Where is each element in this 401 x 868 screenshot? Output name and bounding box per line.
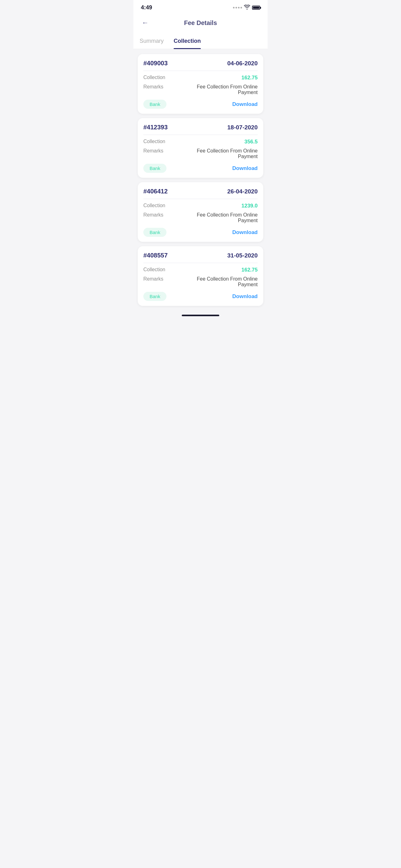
card-2-bank-badge: Bank	[143, 164, 166, 173]
card-3-remarks-label: Remarks	[143, 212, 163, 218]
card-3-collection-label: Collection	[143, 203, 165, 208]
fee-card-3: #406412 26-04-2020 Collection 1239.0 Rem…	[138, 182, 263, 242]
card-4-collection-row: Collection 162.75	[143, 267, 258, 273]
card-4-bank-badge: Bank	[143, 292, 166, 301]
card-4-remarks-value: Fee Collection From Online Payment	[195, 276, 258, 287]
card-2-download-button[interactable]: Download	[232, 165, 258, 172]
home-indicator	[133, 311, 268, 321]
card-2-id: #412393	[143, 124, 168, 131]
card-4-remarks-row: Remarks Fee Collection From Online Payme…	[143, 276, 258, 287]
card-1-collection-value: 162.75	[241, 75, 258, 81]
card-1-remarks-label: Remarks	[143, 84, 163, 90]
card-3-download-button[interactable]: Download	[232, 229, 258, 236]
wifi-icon	[244, 5, 250, 11]
signal-icon	[233, 7, 242, 8]
card-2-collection-row: Collection 356.5	[143, 139, 258, 145]
card-3-date: 26-04-2020	[227, 188, 258, 195]
card-1-remarks-row: Remarks Fee Collection From Online Payme…	[143, 84, 258, 95]
card-3-remarks-value: Fee Collection From Online Payment	[195, 212, 258, 223]
tabs-container: Summary Collection	[133, 33, 268, 49]
status-time: 4:49	[141, 4, 152, 11]
card-4-remarks-label: Remarks	[143, 276, 163, 282]
card-1-date: 04-06-2020	[227, 60, 258, 67]
card-1-bank-badge: Bank	[143, 100, 166, 109]
back-button[interactable]: ←	[140, 17, 151, 28]
card-1-download-button[interactable]: Download	[232, 101, 258, 107]
card-3-bank-badge: Bank	[143, 228, 166, 237]
card-4-footer: Bank Download	[143, 292, 258, 301]
card-1-remarks-value: Fee Collection From Online Payment	[195, 84, 258, 95]
card-2-header: #412393 18-07-2020	[143, 124, 258, 135]
fee-card-2: #412393 18-07-2020 Collection 356.5 Rema…	[138, 118, 263, 178]
home-bar	[182, 315, 219, 316]
card-2-collection-label: Collection	[143, 139, 165, 144]
card-4-id: #408557	[143, 252, 168, 259]
card-2-footer: Bank Download	[143, 164, 258, 173]
card-1-header: #409003 04-06-2020	[143, 60, 258, 71]
card-1-id: #409003	[143, 60, 168, 67]
tab-summary[interactable]: Summary	[140, 33, 164, 49]
page-title: Fee Details	[151, 19, 250, 27]
card-4-collection-label: Collection	[143, 267, 165, 273]
battery-icon	[252, 6, 260, 10]
card-2-remarks-value: Fee Collection From Online Payment	[195, 148, 258, 159]
fee-card-4: #408557 31-05-2020 Collection 162.75 Rem…	[138, 246, 263, 306]
card-2-remarks-label: Remarks	[143, 148, 163, 154]
header: ← Fee Details	[133, 13, 268, 33]
card-3-id: #406412	[143, 188, 168, 195]
card-3-collection-value: 1239.0	[241, 203, 258, 209]
card-2-collection-value: 356.5	[244, 139, 258, 145]
card-3-collection-row: Collection 1239.0	[143, 203, 258, 209]
card-4-date: 31-05-2020	[227, 252, 258, 259]
card-2-remarks-row: Remarks Fee Collection From Online Payme…	[143, 148, 258, 159]
card-1-footer: Bank Download	[143, 100, 258, 109]
card-1-collection-row: Collection 162.75	[143, 75, 258, 81]
card-2-date: 18-07-2020	[227, 124, 258, 131]
status-bar: 4:49	[133, 0, 268, 13]
tab-collection[interactable]: Collection	[174, 33, 201, 49]
card-3-footer: Bank Download	[143, 228, 258, 237]
fee-card-1: #409003 04-06-2020 Collection 162.75 Rem…	[138, 54, 263, 114]
back-arrow-icon: ←	[142, 19, 149, 27]
card-4-collection-value: 162.75	[241, 267, 258, 273]
card-3-remarks-row: Remarks Fee Collection From Online Payme…	[143, 212, 258, 223]
fee-list: #409003 04-06-2020 Collection 162.75 Rem…	[133, 49, 268, 311]
card-4-download-button[interactable]: Download	[232, 293, 258, 300]
card-4-header: #408557 31-05-2020	[143, 252, 258, 263]
card-1-collection-label: Collection	[143, 75, 165, 80]
card-3-header: #406412 26-04-2020	[143, 188, 258, 199]
status-icons	[233, 5, 260, 11]
